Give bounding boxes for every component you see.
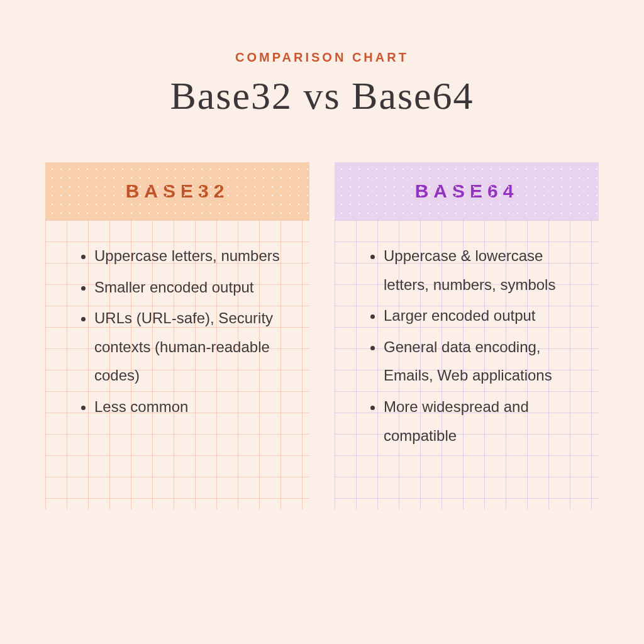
page-title: Base32 vs Base64: [38, 74, 606, 118]
list-item: Smaller encoded output: [94, 273, 291, 302]
eyebrow-label: COMPARISON CHART: [38, 50, 606, 65]
list-item: URLs (URL-safe), Security contexts (huma…: [94, 304, 291, 390]
column-body-base64: Uppercase & lowercase letters, numbers, …: [335, 220, 599, 509]
list-item: Uppercase & lowercase letters, numbers, …: [384, 242, 580, 299]
list-item: Larger encoded output: [384, 301, 580, 330]
column-heading-base64: BASE64: [335, 162, 599, 220]
column-base32: BASE32 Uppercase letters, numbers Smalle…: [45, 162, 309, 509]
column-heading-base32: BASE32: [45, 162, 309, 220]
feature-list-base64: Uppercase & lowercase letters, numbers, …: [366, 242, 580, 450]
list-item: Less common: [94, 392, 291, 421]
list-item: More widespread and compatible: [384, 392, 580, 450]
list-item: Uppercase letters, numbers: [94, 242, 291, 270]
list-item: General data encoding, Emails, Web appli…: [384, 333, 580, 390]
feature-list-base32: Uppercase letters, numbers Smaller encod…: [77, 242, 291, 421]
columns-container: BASE32 Uppercase letters, numbers Smalle…: [38, 162, 606, 509]
column-body-base32: Uppercase letters, numbers Smaller encod…: [45, 220, 309, 509]
comparison-chart-page: COMPARISON CHART Base32 vs Base64 BASE32…: [0, 0, 644, 644]
column-base64: BASE64 Uppercase & lowercase letters, nu…: [335, 162, 599, 509]
